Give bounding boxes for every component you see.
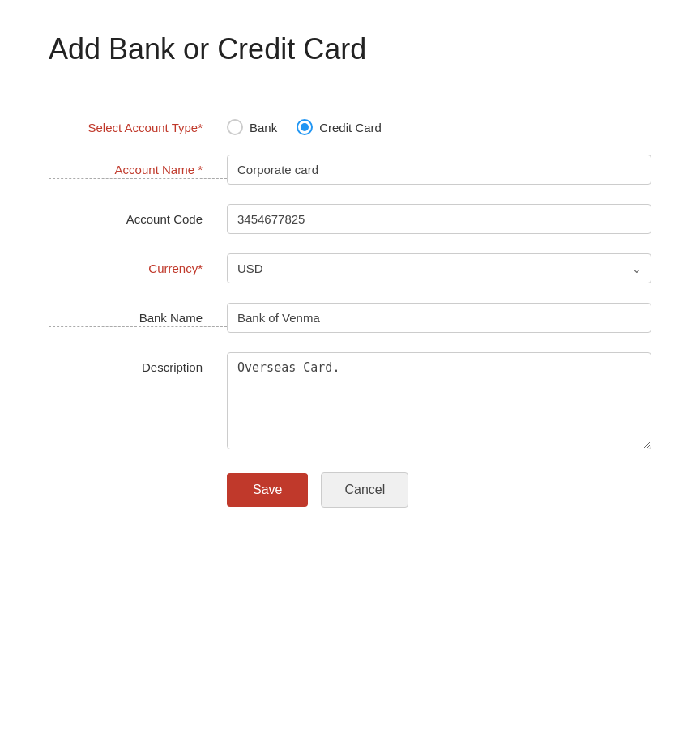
description-wrap: Overseas Card. (227, 352, 651, 453)
account-type-controls: Bank Credit Card (227, 113, 651, 135)
page-title: Add Bank or Credit Card (49, 32, 651, 66)
currency-select[interactable]: USD EUR GBP AUD CAD (227, 253, 651, 283)
radio-credit-card-label: Credit Card (319, 121, 382, 134)
account-type-label: Select Account Type* (49, 113, 227, 134)
currency-select-wrap: USD EUR GBP AUD CAD ⌄ (227, 253, 651, 283)
radio-bank[interactable] (227, 119, 243, 135)
radio-group-account-type: Bank Credit Card (227, 113, 651, 135)
bank-name-row: Bank Name (49, 303, 651, 333)
form-container: Select Account Type* Bank Credit Card Ac… (49, 113, 651, 508)
currency-wrap: USD EUR GBP AUD CAD ⌄ (227, 253, 651, 283)
account-code-input[interactable] (227, 204, 651, 234)
account-name-label: Account Name * (49, 155, 227, 179)
button-row: Save Cancel (49, 472, 651, 508)
radio-bank-label: Bank (250, 121, 277, 134)
cancel-button[interactable]: Cancel (321, 472, 408, 508)
radio-option-bank[interactable]: Bank (227, 119, 277, 135)
description-label: Description (49, 352, 227, 374)
account-name-wrap (227, 155, 651, 185)
description-row: Description Overseas Card. (49, 352, 651, 453)
save-button[interactable]: Save (227, 473, 308, 507)
radio-option-credit-card[interactable]: Credit Card (297, 119, 382, 135)
radio-credit-card[interactable] (297, 119, 313, 135)
currency-label: Currency* (49, 253, 227, 275)
bank-name-input[interactable] (227, 303, 651, 333)
account-code-row: Account Code (49, 204, 651, 234)
account-code-label: Account Code (49, 204, 227, 228)
bank-name-label: Bank Name (49, 303, 227, 327)
account-name-row: Account Name * (49, 155, 651, 185)
currency-row: Currency* USD EUR GBP AUD CAD ⌄ (49, 253, 651, 283)
account-code-wrap (227, 204, 651, 234)
account-type-row: Select Account Type* Bank Credit Card (49, 113, 651, 135)
divider (49, 83, 651, 83)
account-name-input[interactable] (227, 155, 651, 185)
bank-name-wrap (227, 303, 651, 333)
description-textarea[interactable]: Overseas Card. (227, 352, 651, 449)
